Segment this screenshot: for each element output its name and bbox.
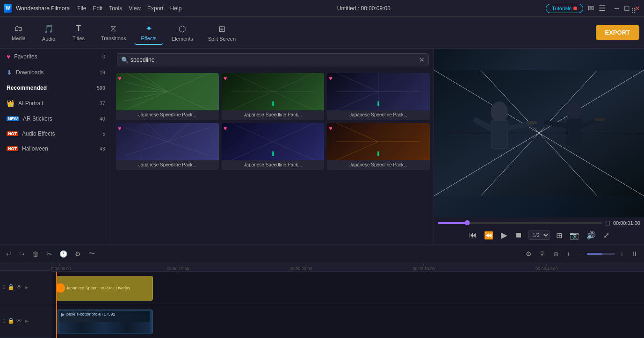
speedline-svg-1 [116, 73, 219, 110]
svg-line-27 [273, 142, 315, 160]
effect-card-5[interactable]: ♥ ⬇ Japanese Speedline Pack... [222, 123, 325, 170]
progress-bar[interactable] [438, 222, 602, 224]
track-row-overlay: ✂ Japanese Speedline Pack Overlay [51, 272, 644, 305]
ruler-mark-10: 00:00:10:00 [167, 264, 189, 271]
play-button[interactable]: ▶ [499, 229, 509, 242]
redo-button[interactable]: ↪ [17, 249, 27, 259]
mail-icon[interactable]: ✉ [588, 4, 594, 13]
undo-button[interactable]: ↩ [4, 249, 14, 259]
search-bar: 🔍 ✕ ⠿ [112, 49, 434, 70]
sidebar-item-audio-effects[interactable]: HOT Audio Effects 5 [0, 126, 112, 141]
svg-line-22 [167, 128, 210, 142]
lock-icon-v1[interactable]: 🔒 [7, 317, 14, 324]
svg-line-14 [336, 73, 378, 92]
menu-icon[interactable]: ☰ [599, 4, 605, 13]
main-toolbar: 🗂 Media 🎵 Audio T Titles ⧖ Transitions ✦… [0, 17, 644, 49]
clear-search-icon[interactable]: ✕ [419, 56, 425, 64]
sidebar-item-recommended[interactable]: Recommended 500 [0, 80, 112, 95]
cut-button[interactable]: ✂ [44, 249, 54, 259]
sidebar-item-ar-stickers[interactable]: NEW AR Stickers 40 [0, 111, 112, 126]
sidebar-item-halloween[interactable]: HOT Halloween 43 [0, 141, 112, 156]
minimize-button[interactable]: ─ [615, 5, 619, 12]
delete-button[interactable]: 🗑 [30, 249, 41, 259]
effect-card-3[interactable]: ♥ ⬇ Japanese Speedline Pack... [327, 73, 430, 120]
svg-line-16 [336, 92, 378, 110]
title-controls: Tutorials ✉ ☰ ─ ☐ ✕ [546, 4, 640, 13]
add-track-button[interactable]: + [564, 249, 572, 259]
tool-audio[interactable]: 🎵 Audio [35, 21, 63, 44]
menu-export[interactable]: Export [147, 5, 164, 12]
tool-titles[interactable]: T Titles [65, 21, 93, 44]
tool-split-screen[interactable]: ⊞ Split Screen [202, 21, 242, 44]
volume-button[interactable]: 🔊 [585, 230, 597, 241]
clip-video-inner: ▶ pexels-cottonbro-8717592 [59, 311, 150, 333]
timeline-toolbar: ↩ ↪ 🗑 ✂ 🕐 ⚙ 〜 ⚙ 🎙 ⊕ + − + ⏸ [0, 245, 644, 262]
zoom-out-button[interactable]: − [576, 249, 584, 259]
svg-line-1 [125, 82, 167, 92]
mix-button[interactable]: ⊕ [551, 249, 561, 259]
menu-tools[interactable]: Tools [109, 5, 122, 12]
effect-card-6[interactable]: ♥ ⬇ Japanese Speedline Pack... [327, 123, 430, 170]
menu-file[interactable]: File [77, 5, 86, 12]
timeline-end-button[interactable]: ⏸ [629, 249, 640, 259]
effect-card-2[interactable]: ♥ ⬇ Japanese Speedline Pack... [222, 73, 325, 120]
stop-button[interactable]: ⏹ [514, 230, 524, 241]
sidebar-item-ai-portrait[interactable]: 👑 AI Portrait 37 [0, 95, 112, 111]
rewind-button[interactable]: ⏪ [483, 230, 495, 241]
history-button[interactable]: 🕐 [57, 249, 70, 259]
tool-media[interactable]: 🗂 Media [5, 21, 33, 44]
tool-transitions[interactable]: ⧖ Transitions [94, 21, 132, 44]
speedline-svg-3 [327, 73, 430, 110]
track-v1-type: ▶ [25, 318, 29, 324]
waveform-button[interactable]: 〜 [86, 248, 97, 259]
layout-button[interactable]: ⊞ [555, 230, 564, 241]
hot-badge-halloween: HOT [7, 146, 18, 151]
svg-line-9 [231, 92, 273, 110]
adjust-button[interactable]: ⚙ [72, 249, 83, 259]
bracket-right: } [609, 221, 610, 226]
sidebar-item-favorites[interactable]: ♥ Favorites 0 [0, 49, 112, 65]
menu-edit[interactable]: Edit [93, 5, 103, 12]
export-button[interactable]: EXPORT [596, 25, 639, 40]
eye-icon-v2[interactable]: 👁 [16, 284, 22, 290]
audio-record-button[interactable]: 🎙 [537, 249, 548, 259]
svg-line-29 [273, 123, 315, 142]
svg-line-23 [167, 142, 210, 156]
clip-video[interactable]: ▶ pexels-cottonbro-8717592 [56, 309, 153, 335]
ruler-mark-40: 00:00:40:00 [535, 264, 558, 271]
zoom-select[interactable]: 1/21/11/4 [528, 230, 550, 240]
svg-line-28 [231, 142, 273, 160]
title-bar: W Wondershare Filmora File Edit Tools Vi… [0, 0, 644, 17]
effect-label-4: Japanese Speedline Pack... [116, 160, 219, 170]
step-back-button[interactable]: ⏮ [468, 230, 478, 241]
track-label-v1: 1 🔒 👁 ▶ [0, 304, 51, 338]
tutorials-button[interactable]: Tutorials [546, 4, 583, 13]
menu-view[interactable]: View [129, 5, 141, 12]
clip-overlay[interactable]: ✂ Japanese Speedline Pack Overlay [56, 276, 153, 301]
zoom-slider[interactable] [587, 253, 615, 255]
search-input[interactable] [129, 56, 419, 64]
track-row-video: ▶ pexels-cottonbro-8717592 [51, 305, 644, 338]
tool-elements[interactable]: ⬡ Elements [165, 21, 200, 44]
sidebar-item-downloads[interactable]: ⬇ Downloads 19 [0, 65, 112, 80]
screenshot-button[interactable]: 📷 [568, 230, 580, 241]
maximize-button[interactable]: ☐ [624, 5, 630, 12]
effect-thumb-5: ♥ ⬇ [222, 123, 325, 160]
svg-rect-49 [528, 122, 537, 124]
effect-thumb-2: ♥ ⬇ [222, 73, 325, 110]
svg-line-25 [167, 123, 188, 142]
tracks-area: 00:00:00:00 00:00:10:00 00:00:20:00 00:0… [51, 262, 644, 338]
effect-card-4[interactable]: ♥ Japanese Speedline Pack... [116, 123, 219, 170]
menu-help[interactable]: Help [170, 5, 182, 12]
render-button[interactable]: ⚙ [523, 249, 534, 259]
effect-card-1[interactable]: ♥ Japanese Speedline Pack... [116, 73, 219, 120]
zoom-in-button[interactable]: + [618, 249, 626, 259]
tool-effects[interactable]: ✦ Effects [134, 21, 163, 45]
svg-line-7 [167, 92, 210, 110]
lock-icon-v2[interactable]: 🔒 [7, 284, 14, 290]
playhead[interactable] [56, 272, 57, 338]
audio-icon: 🎵 [43, 24, 54, 34]
eye-icon-v1[interactable]: 👁 [16, 317, 22, 324]
fullscreen-button[interactable]: ⤢ [602, 230, 611, 241]
new-badge: NEW [7, 116, 19, 121]
